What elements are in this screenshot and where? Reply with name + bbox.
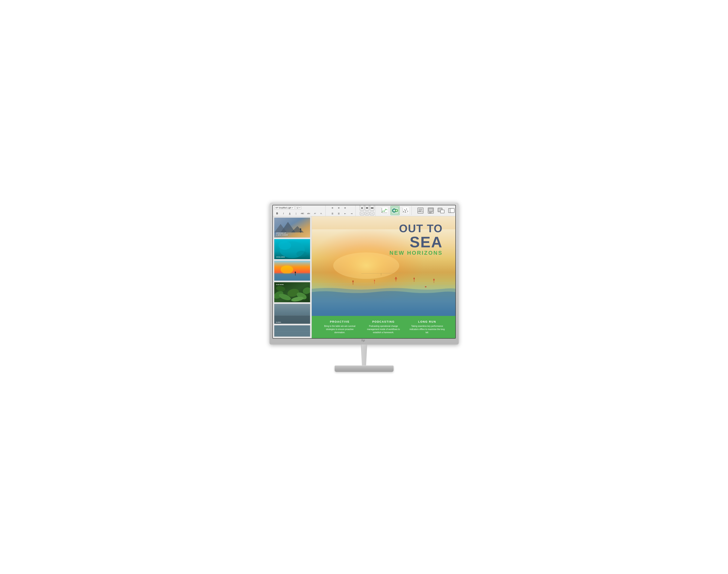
font-family-arrow[interactable]: ▼ xyxy=(292,207,293,209)
scatter-chart-icon xyxy=(402,207,409,214)
master-button[interactable] xyxy=(437,206,446,215)
line-chart-button[interactable] xyxy=(380,206,389,215)
font-family-selector[interactable]: HP Simplified Light ▼ xyxy=(275,206,295,209)
svg-point-14 xyxy=(405,212,406,212)
outline-button[interactable] xyxy=(426,206,435,215)
abc-lower-button[interactable]: abc xyxy=(306,211,312,216)
screen: HP Simplified Light ▼ 12 ▼ B I xyxy=(272,205,456,339)
info-bar: PROACTIVE Bring to the table win-win sur… xyxy=(312,316,455,338)
svg-point-73 xyxy=(395,277,397,279)
indent-increase-button[interactable]: ⇥ xyxy=(349,211,354,216)
slide-6-illustration xyxy=(274,325,310,337)
svg-point-79 xyxy=(433,279,434,281)
slide-1-bg: BRINGING UP A NEW CHANGE xyxy=(274,218,310,238)
slide-1-text: BRINGING UP A NEW CHANGE xyxy=(276,232,288,236)
bullet-list-button[interactable]: ☰ xyxy=(330,211,335,216)
title-line1: OUT TO xyxy=(389,222,443,235)
col3-button[interactable]: ▮▮▮ xyxy=(370,205,374,210)
col2-button[interactable]: ▮▮ xyxy=(365,205,369,210)
notes-button[interactable] xyxy=(416,206,425,215)
slide-4-illustration xyxy=(274,282,310,302)
monitor-stand-base xyxy=(335,366,394,372)
svg-rect-30 xyxy=(450,208,454,213)
slide-thumbnail-5[interactable]: GLOBAL xyxy=(274,304,310,324)
toolbar: HP Simplified Light ▼ 12 ▼ B I xyxy=(273,205,455,216)
slide-thumbnail-2[interactable]: EXCELLENCE xyxy=(274,239,310,259)
font-size-label: 12 xyxy=(296,207,298,209)
slide-thumbnail-1[interactable]: BRINGING UP A NEW CHANGE xyxy=(274,217,310,238)
slide-title: OUT TO SEA NEW HORIZONS xyxy=(389,222,443,256)
title-line3: NEW HORIZONS xyxy=(389,250,443,256)
pie-chart-button[interactable] xyxy=(391,206,400,215)
superscript-button[interactable]: A² xyxy=(312,211,318,216)
main-slide: OUT TO SEA NEW HORIZONS PROACTIVE Bring … xyxy=(312,216,455,338)
subscript-button[interactable]: A. xyxy=(319,211,324,216)
slide-thumbnail-6[interactable] xyxy=(274,325,310,337)
view-group xyxy=(416,206,456,215)
align-left-button[interactable]: ≡ xyxy=(330,205,335,210)
abc-button[interactable]: ABC xyxy=(300,211,305,216)
svg-point-12 xyxy=(406,209,407,209)
slide-thumbnail-3[interactable] xyxy=(274,260,310,281)
notes-icon xyxy=(417,207,424,214)
svg-rect-24 xyxy=(429,208,433,211)
slide-2-title: EXCELLENCE xyxy=(276,256,285,258)
svg-rect-28 xyxy=(440,210,444,213)
align-center-button[interactable]: ≡ xyxy=(336,205,341,210)
title-line2: SEA xyxy=(389,235,443,250)
row1-button[interactable]: — xyxy=(360,212,364,215)
svg-point-44 xyxy=(296,251,307,257)
font-size-selector[interactable]: 12 ▼ xyxy=(295,206,301,209)
monitor-stand-neck xyxy=(359,344,369,366)
svg-point-11 xyxy=(405,210,406,211)
align-right-button[interactable]: ≡ xyxy=(342,205,348,210)
scatter-chart-button[interactable] xyxy=(401,206,410,215)
row2-button[interactable]: ≡ xyxy=(365,212,369,215)
slide-panel[interactable]: BRINGING UP A NEW CHANGE xyxy=(273,216,312,338)
underline-button[interactable]: A xyxy=(287,211,293,216)
hp-logo-svg: hp xyxy=(361,338,367,342)
align-top: ≡ ≡ ≡ xyxy=(330,205,354,210)
svg-point-9 xyxy=(403,211,404,212)
svg-rect-61 xyxy=(274,325,310,337)
slide-editor[interactable]: OUT TO SEA NEW HORIZONS PROACTIVE Bring … xyxy=(312,216,455,338)
slide-5-title: GLOBAL xyxy=(276,322,281,323)
svg-point-37 xyxy=(300,228,301,230)
col1-button[interactable]: ▮ xyxy=(360,205,364,210)
numbered-list-button[interactable]: ☰ xyxy=(336,211,341,216)
row3-button[interactable]: ≡ xyxy=(370,212,374,215)
slide-4-text: TEAM WORK xyxy=(276,284,284,285)
slide-2-text: EXCELLENCE xyxy=(276,256,285,258)
duplicate-icon xyxy=(448,207,455,214)
col3-text: Taking seamless key performance indicato… xyxy=(408,325,446,334)
font-size-arrow[interactable]: ▼ xyxy=(299,207,300,209)
line-chart-icon xyxy=(381,207,388,214)
italic-button[interactable]: I xyxy=(281,211,286,216)
alignment-controls: ≡ ≡ ≡ ☰ ☰ ⇤ ⇥ xyxy=(330,205,354,216)
svg-rect-0 xyxy=(381,207,388,214)
col2-title: PODCASTING xyxy=(365,320,402,323)
svg-rect-22 xyxy=(418,212,423,213)
duplicate-button[interactable] xyxy=(447,206,456,215)
svg-point-46 xyxy=(281,265,293,274)
font-family-label: HP Simplified Light xyxy=(276,207,291,209)
slide-2-bg: EXCELLENCE xyxy=(274,239,310,259)
svg-text:hp: hp xyxy=(361,339,365,342)
slide-thumbnail-4[interactable]: TEAM WORK xyxy=(274,282,310,302)
outline-icon xyxy=(427,207,434,214)
svg-point-81 xyxy=(425,286,427,287)
hp-logo: hp xyxy=(361,338,367,343)
monitor-wrapper: HP Simplified Light ▼ 12 ▼ B I xyxy=(270,202,459,372)
bold-button[interactable]: B xyxy=(275,211,280,216)
svg-point-48 xyxy=(295,272,296,273)
indent-decrease-button[interactable]: ⇤ xyxy=(342,211,348,216)
layout-bottom: — ≡ ≡ xyxy=(360,211,374,216)
monitor-bezel: HP Simplified Light ▼ 12 ▼ B I xyxy=(270,202,459,344)
svg-point-43 xyxy=(279,241,291,250)
chart-group xyxy=(380,206,412,215)
layout-group: ▮ ▮▮ ▮▮▮ — ≡ ≡ xyxy=(360,205,376,216)
layout-controls: ▮ ▮▮ ▮▮▮ — ≡ ≡ xyxy=(360,205,374,216)
info-col-2: PODCASTING Podcasting operational change… xyxy=(362,320,405,334)
strikethrough-button[interactable]: | xyxy=(293,211,299,216)
col3-title: LONG RUN xyxy=(408,320,446,323)
